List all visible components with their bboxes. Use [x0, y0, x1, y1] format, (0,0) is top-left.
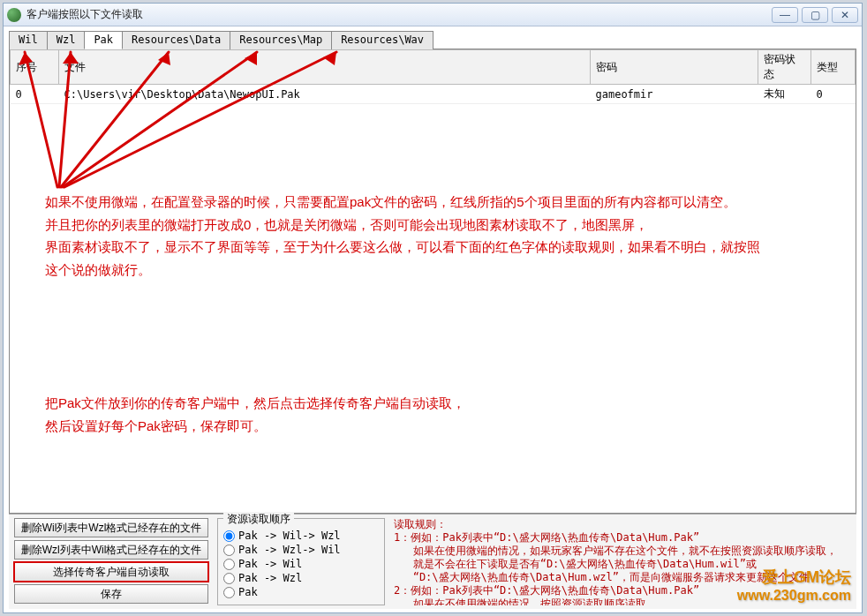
radio-input[interactable] [223, 559, 235, 570]
app-icon [7, 8, 21, 22]
cell-file: C:\Users\vir\Desktop\Data\NewopUI.Pak [59, 85, 591, 104]
read-order-option[interactable]: Pak [223, 585, 379, 599]
col-file[interactable]: 文件 [59, 50, 591, 85]
delete-wil-button[interactable]: 删除Wil列表中Wzl格式已经存在的文件 [14, 518, 208, 537]
annotation-line: 如果不使用微端，在配置登录器的时候，只需要配置pak文件的密码，红线所指的5个项… [45, 191, 840, 214]
tab-resources-map[interactable]: Resources\Map [230, 31, 332, 49]
tab-resources-wav[interactable]: Resources\Wav [331, 31, 434, 49]
cell-index: 0 [11, 85, 59, 104]
annotation-arrows [10, 49, 856, 514]
annotation-line: 这个说的做就行。 [45, 259, 840, 282]
cell-password-state: 未知 [758, 85, 811, 104]
col-type[interactable]: 类型 [811, 50, 856, 85]
radio-input[interactable] [223, 545, 235, 556]
read-order-option[interactable]: Pak -> Wzl [223, 571, 379, 585]
cell-password: gameofmir [591, 85, 758, 104]
minimize-button[interactable]: — [772, 7, 798, 23]
tab-pak[interactable]: Pak [84, 31, 123, 49]
tab-wil[interactable]: Wil [9, 31, 48, 49]
read-order-option[interactable]: Pak -> Wzl-> Wil [223, 543, 379, 557]
close-button[interactable]: ✕ [832, 7, 858, 23]
read-order-legend: 资源读取顺序 [223, 512, 294, 527]
save-button[interactable]: 保存 [14, 584, 208, 604]
annotation-line: 然后设置好每个Pak密码，保存即可。 [45, 415, 840, 438]
file-table: 序号 文件 密码 密码状态 类型 0 C:\Users\vir\Desktop\… [10, 49, 856, 104]
table-header-row: 序号 文件 密码 密码状态 类型 [11, 50, 856, 85]
choose-client-button[interactable]: 选择传奇客户端自动读取 [14, 562, 208, 582]
tab-panel: 序号 文件 密码 密码状态 类型 0 C:\Users\vir\Desktop\… [9, 49, 856, 514]
bottom-pane: 删除Wil列表中Wzl格式已经存在的文件 删除Wzl列表中Wil格式已经存在的文… [9, 514, 856, 609]
radio-input[interactable] [223, 530, 235, 542]
radio-input[interactable] [223, 573, 235, 584]
maximize-button[interactable]: ▢ [802, 7, 828, 23]
annotation-line: 把Pak文件放到你的传奇客户端中，然后点击选择传奇客户端自动读取， [45, 392, 840, 415]
read-order-group: 资源读取顺序 Pak -> Wil-> Wzl Pak -> Wzl-> Wil… [217, 518, 385, 605]
app-window: 客户端按照以下文件读取 — ▢ ✕ Wil Wzl Pak Resources\… [3, 3, 863, 613]
tab-bar: Wil Wzl Pak Resources\Data Resources\Map… [9, 30, 856, 49]
titlebar: 客户端按照以下文件读取 — ▢ ✕ [4, 4, 862, 26]
delete-wzl-button[interactable]: 删除Wzl列表中Wil格式已经存在的文件 [14, 540, 208, 560]
col-password-state[interactable]: 密码状态 [758, 50, 811, 85]
window-buttons: — ▢ ✕ [772, 7, 858, 23]
annotation-block-2: 把Pak文件放到你的传奇客户端中，然后点击选择传奇客户端自动读取， 然后设置好每… [45, 392, 840, 437]
read-order-option[interactable]: Pak -> Wil-> Wzl [223, 529, 379, 543]
window-title: 客户端按照以下文件读取 [26, 7, 772, 22]
annotation-line: 并且把你的列表里的微端打开改成0，也就是关闭微端，否则可能会出现地图素材读取不了… [45, 214, 840, 237]
table-row[interactable]: 0 C:\Users\vir\Desktop\Data\NewopUI.Pak … [11, 85, 856, 104]
button-column: 删除Wil列表中Wzl格式已经存在的文件 删除Wzl列表中Wil格式已经存在的文… [14, 518, 208, 605]
read-order-option[interactable]: Pak -> Wil [223, 557, 379, 571]
col-index[interactable]: 序号 [11, 50, 59, 85]
radio-input[interactable] [223, 587, 235, 598]
annotation-line: 界面素材读取不了，显示不了界面等等，至于为什么要这么做，可以看下面的红色字体的读… [45, 236, 840, 259]
content-area: Wil Wzl Pak Resources\Data Resources\Map… [4, 26, 862, 612]
tab-wzl[interactable]: Wzl [47, 31, 86, 49]
tab-resources-data[interactable]: Resources\Data [122, 31, 230, 49]
col-password[interactable]: 密码 [591, 50, 758, 85]
read-rules-text: 读取规则： 1：例如：Pak列表中“D:\盛大网络\热血传奇\Data\Hum.… [394, 518, 851, 605]
cell-type: 0 [811, 85, 856, 104]
annotation-block-1: 如果不使用微端，在配置登录器的时候，只需要配置pak文件的密码，红线所指的5个项… [45, 191, 840, 281]
